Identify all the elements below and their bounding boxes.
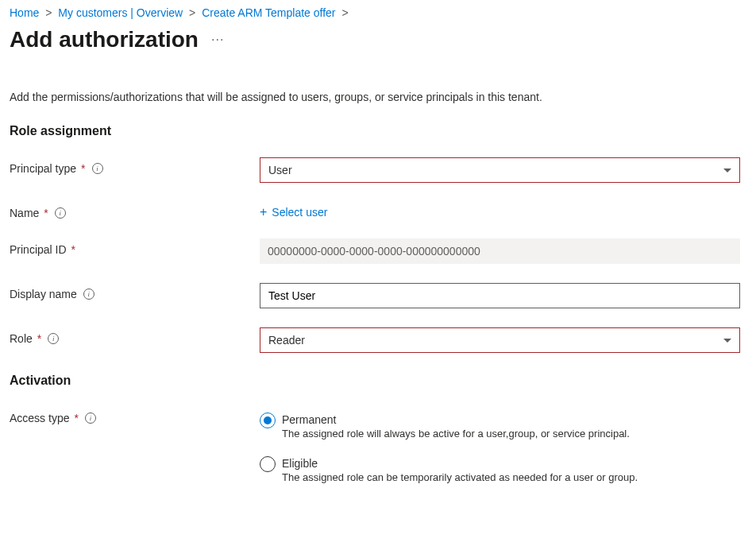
field-principal-type: Principal type * i User <box>10 157 746 183</box>
required-marker: * <box>81 162 85 175</box>
principal-id-placeholder: 00000000-0000-0000-0000-000000000000 <box>268 245 480 258</box>
principal-type-value: User <box>268 164 292 176</box>
select-user-button[interactable]: + Select user <box>260 202 327 219</box>
page-title-row: Add authorization ··· <box>10 27 746 52</box>
chevron-right-icon: > <box>45 6 52 19</box>
plus-icon: + <box>260 205 267 219</box>
required-marker: * <box>44 207 48 219</box>
chevron-down-icon <box>723 339 731 343</box>
info-icon[interactable]: i <box>48 333 59 344</box>
chevron-right-icon: > <box>189 6 195 19</box>
radio-label: Permanent <box>282 413 630 426</box>
principal-type-select[interactable]: User <box>260 157 740 183</box>
chevron-down-icon <box>723 168 731 172</box>
radio-label: Eligible <box>282 457 638 470</box>
chevron-right-icon: > <box>341 6 348 19</box>
info-icon[interactable]: i <box>92 163 103 174</box>
radio-description: The assigned role can be temporarily act… <box>282 471 638 483</box>
access-type-label: Access type * i <box>10 407 260 424</box>
radio-icon <box>260 456 276 472</box>
required-marker: * <box>74 412 78 424</box>
field-principal-id: Principal ID * 00000000-0000-0000-0000-0… <box>10 238 746 264</box>
required-marker: * <box>71 243 75 256</box>
section-activation: Activation <box>10 374 746 388</box>
radio-description: The assigned role will always be active … <box>282 428 630 440</box>
required-marker: * <box>37 332 41 345</box>
display-name-input[interactable] <box>260 283 740 308</box>
breadcrumb-link-create-offer[interactable]: Create ARM Template offer <box>202 6 335 19</box>
page-title: Add authorization <box>10 27 199 52</box>
principal-id-field: 00000000-0000-0000-0000-000000000000 <box>260 238 740 264</box>
role-label: Role * i <box>10 327 260 345</box>
field-access-type: Access type * i Permanent The assigned r… <box>10 407 746 501</box>
breadcrumb-link-home[interactable]: Home <box>10 6 39 19</box>
name-label: Name * i <box>10 202 260 219</box>
field-name: Name * i + Select user <box>10 202 746 219</box>
role-value: Reader <box>268 334 305 347</box>
more-actions-icon[interactable]: ··· <box>211 33 224 47</box>
breadcrumb-link-customers[interactable]: My customers | Overview <box>58 6 183 19</box>
select-user-label: Select user <box>272 206 327 219</box>
info-icon[interactable]: i <box>55 207 66 219</box>
breadcrumb: Home > My customers | Overview > Create … <box>10 0 746 22</box>
page-description: Add the permissions/authorizations that … <box>10 91 746 103</box>
info-icon[interactable]: i <box>85 412 96 424</box>
section-role-assignment: Role assignment <box>10 124 746 138</box>
radio-icon <box>260 412 276 428</box>
display-name-label: Display name i <box>10 283 260 300</box>
field-role: Role * i Reader <box>10 327 746 353</box>
principal-type-label: Principal type * i <box>10 157 260 175</box>
role-select[interactable]: Reader <box>260 327 740 353</box>
radio-option-eligible[interactable]: Eligible The assigned role can be tempor… <box>260 457 740 483</box>
info-icon[interactable]: i <box>83 289 94 300</box>
access-type-radio-group: Permanent The assigned role will always … <box>260 407 740 483</box>
field-display-name: Display name i <box>10 283 746 308</box>
radio-option-permanent[interactable]: Permanent The assigned role will always … <box>260 413 740 440</box>
principal-id-label: Principal ID * <box>10 238 260 256</box>
